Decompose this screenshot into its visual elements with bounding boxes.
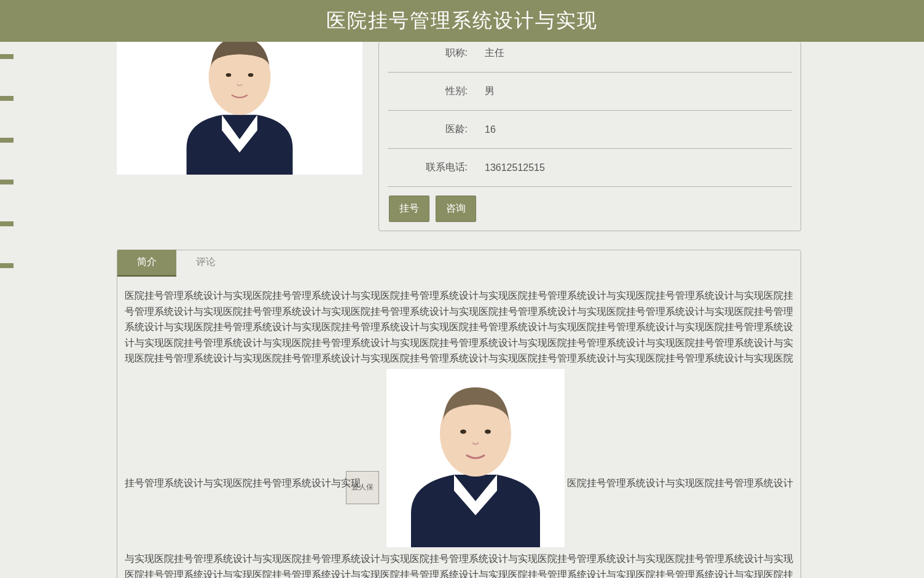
portrait-icon bbox=[117, 42, 362, 175]
info-row-gender: 性别: 男 bbox=[388, 73, 792, 111]
info-value: 16 bbox=[485, 124, 496, 135]
info-value: 男 bbox=[485, 85, 495, 98]
info-value: 主任 bbox=[485, 47, 504, 60]
svg-point-2 bbox=[226, 73, 232, 77]
header: 医院挂号管理系统设计与实现 春风计算机毕业设 bbox=[0, 0, 924, 42]
info-row-phone: 联系电话: 13612512515 bbox=[388, 149, 792, 187]
svg-point-6 bbox=[460, 429, 466, 434]
info-value: 13612512515 bbox=[485, 162, 545, 173]
svg-point-3 bbox=[248, 73, 254, 77]
consult-button[interactable]: 咨询 bbox=[436, 196, 476, 222]
tab-intro[interactable]: 简介 bbox=[117, 250, 176, 277]
info-label: 医龄: bbox=[412, 123, 468, 136]
register-button[interactable]: 挂号 bbox=[389, 196, 429, 222]
info-row-title: 职称: 主任 bbox=[388, 42, 792, 73]
page-title: 医院挂号管理系统设计与实现 bbox=[326, 7, 598, 34]
info-label: 联系电话: bbox=[412, 161, 468, 174]
doctor-photo-inline bbox=[386, 369, 565, 547]
detail-panel: 简介 评论 医院挂号管理系统设计与实现医院挂号管理系统设计与实现医院挂号管理系统… bbox=[117, 250, 801, 578]
intro-left-caption: 挂号管理系统设计与实现医院挂号管理系统设计与实现 bbox=[125, 475, 361, 491]
intro-right-caption: 医院挂号管理系统设计与实现医院挂号管理系统设计 bbox=[567, 475, 793, 491]
intro-paragraph-1: 医院挂号管理系统设计与实现医院挂号管理系统设计与实现医院挂号管理系统设计与实现医… bbox=[125, 288, 793, 366]
tab-comments[interactable]: 评论 bbox=[176, 250, 235, 277]
info-label: 职称: bbox=[412, 47, 468, 60]
intro-paragraph-2: 与实现医院挂号管理系统设计与实现医院挂号管理系统设计与实现医院挂号管理系统设计与… bbox=[125, 551, 793, 578]
doctor-info-card: 职称: 主任 性别: 男 医龄: 16 联系电话: 13612512515 挂号 bbox=[378, 42, 801, 231]
watermark-text: 春风计算机毕业设 bbox=[808, 18, 924, 39]
tab-strip: 简介 评论 bbox=[117, 250, 801, 277]
info-label: 性别: bbox=[412, 85, 468, 98]
svg-point-7 bbox=[485, 429, 491, 434]
doctor-photo-main bbox=[117, 42, 362, 175]
portrait-icon bbox=[386, 369, 565, 547]
info-row-years: 医龄: 16 bbox=[388, 111, 792, 149]
